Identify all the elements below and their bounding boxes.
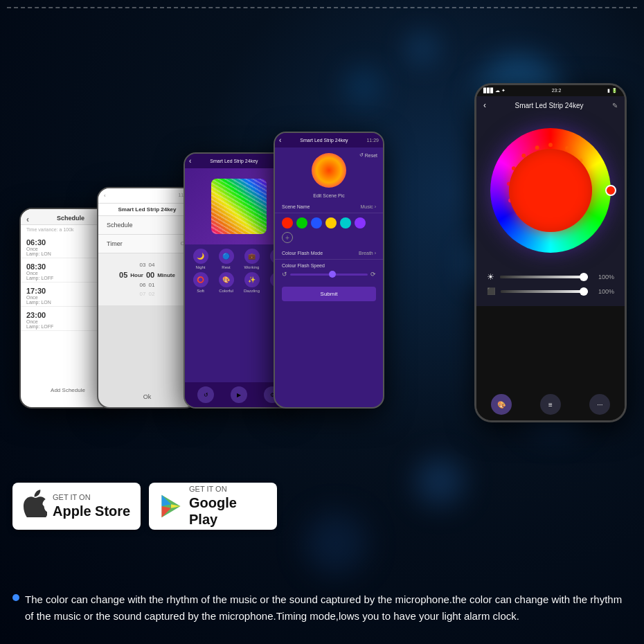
ph5-brightness-icon: ☀ [487,272,494,282]
ph3-mode-colorful[interactable]: 🎨 Colorful [215,272,238,293]
ph3-preview-image [211,179,267,234]
ph4-speed-fast-icon: ⟳ [370,271,376,278]
ph3-mode-night-icon: 🌙 [193,249,208,264]
ph2-timer-row-3: 0601 [105,280,189,289]
ph5-header: ‹ Smart Led Strip 24key ✎ [476,96,625,114]
phone-2: ‹ 11:29 Smart Led Strip 24key Schedule T… [97,187,197,409]
ph3-mode-rest-icon: 🔵 [219,249,234,264]
ph5-nav-list[interactable]: ≡ [540,394,561,415]
desc-bullet-dot [12,594,19,601]
ph3-mode-night[interactable]: 🌙 Night [189,249,212,269]
ph2-app-name: Smart Led Strip 24key [98,204,196,216]
ph4-scene-name-val: Music › [360,204,376,209]
ph3-mode-working[interactable]: 💼 Working [240,249,263,269]
ph5-colortemp-fill [501,290,588,293]
ph4-title: Smart Led Strip 24key [284,138,364,143]
ph2-timer-row-1: 0304 [105,260,189,269]
ph3-mode-working-label: Working [244,265,260,269]
desc-text: The color can change with the rhythm of … [25,591,632,625]
google-store-name: Google Play [189,494,267,528]
ph4-scene-name-label: Scene Name [282,204,310,209]
ph3-title: Smart Led Strip 24key [194,159,274,163]
description-area: The color can change with the rhythm of … [12,591,632,625]
ph4-colors-row: + [275,213,383,247]
ph5-edit-icon[interactable]: ✎ [612,102,618,109]
play-store-icon [159,494,184,519]
ph1-add-btn[interactable]: Add Schedule [51,387,85,393]
ph5-brightness-fill [500,276,588,278]
svg-point-14 [535,145,539,150]
phone-2-screen: ‹ 11:29 Smart Led Strip 24key Schedule T… [98,188,196,407]
ph4-edit-label: Edit Scene Pic [275,193,383,198]
ph4-color-purple[interactable] [355,217,366,229]
ph4-speed-slider[interactable] [290,274,368,276]
ph4-back-icon: ‹ [279,136,281,144]
phone-4-screen: ‹ Smart Led Strip 24key 11:29 ↺ Reset Ed… [275,133,383,407]
ph5-brightness-row: ☀ 100% [487,272,614,282]
ph4-reset-btn[interactable]: ↺ Reset [359,152,377,158]
phone-5-screen: ▊▊▊ ☁ ✦ 23:2 ▮ 🔋 ‹ Smart Led Strip 24key… [476,85,625,420]
ph4-color-cyan[interactable] [340,217,351,229]
ph3-mode-dazzling-icon: ✨ [244,272,260,287]
ph4-speed-thumb [329,271,336,278]
ph3-mode-colorful-icon: 🎨 [219,272,234,287]
ph4-header: ‹ Smart Led Strip 24key 11:29 [275,133,383,147]
ph5-colortemp-icon: ⬛ [487,287,495,295]
ph2-timer-row-2: 05Hour 00Minute [105,269,189,280]
google-badge-text: GET IT ON Google Play [189,485,267,527]
ph4-flash-mode-row: Colour Flash Mode Breath › [275,247,383,260]
ph2-ok-btn[interactable]: Ok [143,393,152,400]
ph4-color-blue[interactable] [311,217,322,229]
ph3-mode-soft-icon: ⭕ [193,272,208,287]
ph3-back-icon: ‹ [189,157,191,165]
phone-4: ‹ Smart Led Strip 24key 11:29 ↺ Reset Ed… [274,132,384,409]
ph3-mode-rest-label: Rest [222,265,230,269]
apple-store-badge[interactable]: GET IT ON Apple Store [12,483,141,530]
ph4-statusbar: 11:29 [366,138,379,143]
ph4-color-red[interactable] [282,217,293,229]
color-wheel[interactable] [490,128,611,253]
svg-point-0 [548,143,553,147]
ph4-speed-controls: ↺ ⟳ [282,271,376,278]
ph1-title: Schedule [57,215,84,222]
ph2-back: ‹ [104,193,106,199]
ph3-mode-dazzling[interactable]: ✨ Dazzling [240,272,263,293]
phone-5: ▊▊▊ ☁ ✦ 23:2 ▮ 🔋 ‹ Smart Led Strip 24key… [474,83,627,422]
ph5-wheel-area [476,114,625,267]
ph5-brightness-track[interactable] [500,276,588,278]
ph5-statusbar: ▊▊▊ ☁ ✦ 23:2 ▮ 🔋 [476,85,625,96]
ph2-menu-timer[interactable]: Timer Off [98,235,196,253]
ph5-back-icon[interactable]: ‹ [483,100,486,110]
ph5-nav-more[interactable]: ··· [589,394,610,415]
ph2-menu-schedule[interactable]: Schedule [98,216,196,235]
main-content: ‹ Schedule Time variance: a 100k 06:30 O… [0,0,644,644]
ph4-scene-image [312,153,346,188]
ph3-nav-play[interactable]: ▶ [231,386,247,403]
ph5-colortemp-row: ⬛ 100% [487,287,614,295]
ph5-bottom-nav: 🎨 ≡ ··· [476,388,625,420]
ph3-mode-night-label: Night [195,265,205,269]
ph4-color-green[interactable] [296,217,307,229]
ph3-mode-rest[interactable]: 🔵 Rest [215,249,238,269]
ph4-flash-mode-label: Colour Flash Mode [282,251,323,256]
ph3-nav-refresh[interactable]: ↺ [197,386,214,403]
color-wheel-inner [509,149,592,232]
apple-store-name: Apple Store [53,503,130,519]
google-play-badge[interactable]: GET IT ON Google Play [149,483,277,530]
ph3-mode-dazzling-label: Dazzling [244,289,260,293]
ph3-mode-soft[interactable]: ⭕ Soft [189,272,212,293]
apple-icon [22,490,47,523]
google-get-on: GET IT ON [189,485,267,494]
ph4-submit-btn[interactable]: Submit [282,287,376,301]
ph4-speed-label: Colour Flash Speed [282,263,376,268]
ph4-scene-name-row: Scene Name Music › [275,201,383,213]
ph4-color-yellow[interactable] [325,217,337,229]
ph4-flash-mode-val: Breath › [359,251,376,256]
ph5-colortemp-thumb [580,287,588,296]
color-wheel-selector[interactable] [605,185,616,196]
ph5-colortemp-track[interactable] [501,290,588,293]
ph3-mode-working-icon: 💼 [244,249,260,264]
ph4-add-color-btn[interactable]: + [282,232,293,243]
ph5-signal-icons: ▊▊▊ ☁ ✦ [483,88,506,93]
ph5-nav-color[interactable]: 🎨 [491,394,512,415]
